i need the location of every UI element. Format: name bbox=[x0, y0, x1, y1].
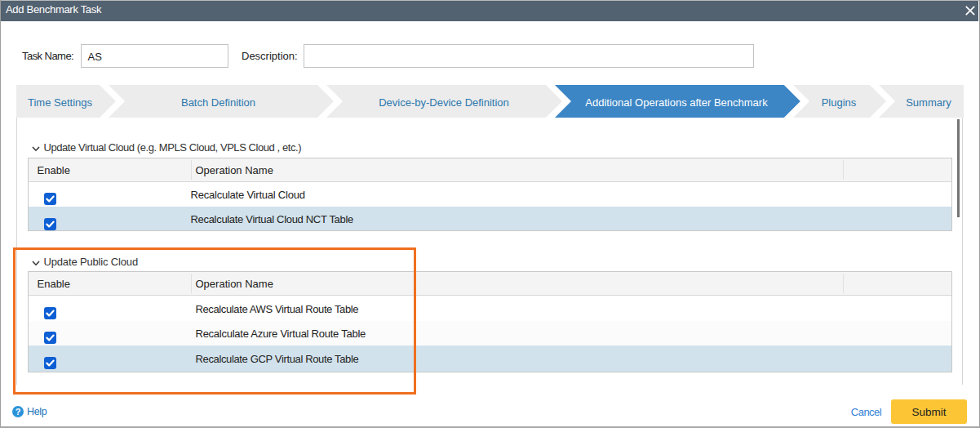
svg-text:?: ? bbox=[16, 407, 21, 417]
